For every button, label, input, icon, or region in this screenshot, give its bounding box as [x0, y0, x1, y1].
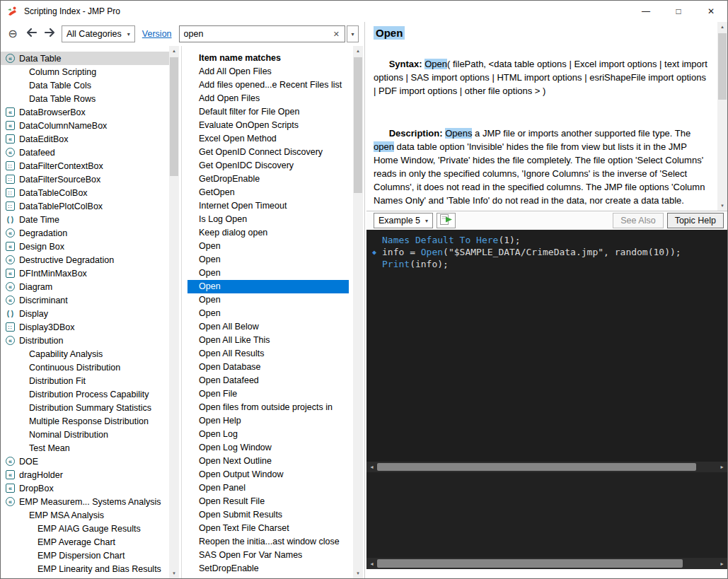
- tree-item[interactable]: EMP Dispersion Chart: [1, 549, 169, 562]
- tree-item[interactable]: EMP Average Chart: [1, 535, 169, 549]
- tree-item[interactable]: «Degradation: [1, 226, 169, 240]
- version-link[interactable]: Version: [142, 29, 172, 39]
- list-item[interactable]: Add All Open Files: [187, 65, 349, 78]
- example-dropdown[interactable]: Example 5 ▾: [374, 213, 433, 228]
- tree-item[interactable]: ::DataFilterSourceBox: [1, 172, 169, 186]
- tree-item[interactable]: Distribution Summary Statistics: [1, 401, 169, 414]
- list-item[interactable]: Open File: [187, 387, 349, 401]
- list-item[interactable]: SetDropEnable: [187, 562, 349, 575]
- list-item[interactable]: GetDropEnable: [187, 172, 349, 186]
- see-also-button[interactable]: See Also: [613, 213, 663, 228]
- scroll-thumb[interactable]: [377, 463, 696, 471]
- tree-item[interactable]: «DFIntMinMaxBox: [1, 267, 169, 280]
- list-item[interactable]: SAS Open For Var Names: [187, 549, 349, 562]
- tree-item[interactable]: ( )Date Time: [1, 213, 169, 226]
- list-item[interactable]: Open: [187, 280, 349, 293]
- list-item[interactable]: Get OpenIDC Discovery: [187, 159, 349, 172]
- scroll-down-icon[interactable]: ▾: [169, 568, 179, 578]
- list-item[interactable]: Open Submit Results: [187, 508, 349, 522]
- editor-hscrollbar[interactable]: ◂ ▸: [366, 462, 727, 472]
- list-item[interactable]: Open Output Window: [187, 468, 349, 481]
- tree-item[interactable]: «Destructive Degradation: [1, 253, 169, 267]
- list-item[interactable]: Open: [187, 253, 349, 267]
- scroll-thumb[interactable]: [170, 57, 178, 176]
- scroll-track[interactable]: [377, 462, 717, 472]
- list-item[interactable]: Open: [187, 267, 349, 280]
- tree-item[interactable]: «dragHolder: [1, 468, 169, 481]
- scroll-down-icon[interactable]: ▾: [353, 568, 363, 578]
- category-tree[interactable]: «Data TableColumn ScriptingData Table Co…: [1, 46, 169, 578]
- scroll-down-icon[interactable]: ▾: [717, 201, 727, 211]
- list-item[interactable]: Open: [187, 293, 349, 307]
- scroll-up-icon[interactable]: ▴: [353, 46, 363, 56]
- list-item[interactable]: Open: [187, 240, 349, 253]
- minimize-button[interactable]: —: [630, 1, 662, 22]
- results-scrollbar[interactable]: ▴ ▾: [353, 46, 363, 578]
- tree-item[interactable]: ( )Display: [1, 307, 169, 320]
- scroll-up-icon[interactable]: ▴: [717, 22, 727, 32]
- tree-item[interactable]: Data Table Rows: [1, 92, 169, 105]
- tree-item[interactable]: Data Table Cols: [1, 78, 169, 92]
- tree-item[interactable]: Distribution Process Capability: [1, 387, 169, 401]
- list-item[interactable]: Open files from outside projects in: [187, 401, 349, 414]
- tree-item[interactable]: ::Display3DBox: [1, 320, 169, 334]
- script-editor[interactable]: Names Default To Here(1);◆info = Open("$…: [366, 230, 727, 462]
- topic-help-button[interactable]: Topic Help: [667, 213, 724, 228]
- search-history-dropdown-button[interactable]: ▾: [347, 25, 359, 42]
- list-item[interactable]: Open Database: [187, 361, 349, 374]
- clear-search-icon[interactable]: ✕: [331, 30, 342, 39]
- search-input[interactable]: [184, 29, 331, 39]
- tree-item[interactable]: EMP AIAG Gauge Results: [1, 522, 169, 535]
- list-item[interactable]: Internet Open Timeout: [187, 199, 349, 213]
- tree-item[interactable]: EMP MSA Analysis: [1, 508, 169, 522]
- log-hscrollbar[interactable]: ◂ ▸: [366, 558, 727, 569]
- tree-item[interactable]: «DataBrowserBox: [1, 105, 169, 119]
- tree-item[interactable]: ::DataTableColBox: [1, 186, 169, 199]
- tree-item[interactable]: «DataColumnNameBox: [1, 119, 169, 132]
- tree-item[interactable]: «Design Box: [1, 240, 169, 253]
- tree-item[interactable]: Nominal Distribution: [1, 428, 169, 441]
- log-panel[interactable]: [366, 472, 727, 558]
- tree-item[interactable]: Capability Analysis: [1, 347, 169, 361]
- scroll-thumb[interactable]: [377, 559, 683, 568]
- list-item[interactable]: Open Datafeed: [187, 374, 349, 387]
- scroll-right-icon[interactable]: ▸: [717, 464, 727, 470]
- detail-scrollbar[interactable]: ▴ ▾: [717, 22, 727, 211]
- list-item[interactable]: Open All Like This: [187, 334, 349, 347]
- scroll-left-icon[interactable]: ◂: [366, 464, 377, 470]
- forward-button[interactable]: [40, 25, 59, 43]
- tree-item[interactable]: «DataEditBox: [1, 132, 169, 146]
- list-item[interactable]: Open Result File: [187, 495, 349, 508]
- list-item[interactable]: Open All Below: [187, 320, 349, 334]
- list-item[interactable]: Open Log: [187, 428, 349, 441]
- tree-item[interactable]: «Datafeed: [1, 146, 169, 159]
- scroll-up-icon[interactable]: ▴: [169, 46, 179, 56]
- scroll-right-icon[interactable]: ▸: [717, 561, 727, 567]
- category-dropdown[interactable]: All Categories ▾: [62, 25, 135, 42]
- tree-item[interactable]: EMP Linearity and Bias Results: [1, 562, 169, 575]
- tree-item[interactable]: «Distribution: [1, 334, 169, 347]
- list-item[interactable]: Add Open Files: [187, 92, 349, 105]
- tree-item[interactable]: Column Scripting: [1, 65, 169, 78]
- tree-item[interactable]: ::DataTablePlotColBox: [1, 199, 169, 213]
- search-box[interactable]: ✕: [179, 25, 345, 42]
- back-button[interactable]: [22, 25, 40, 43]
- list-item[interactable]: Is Log Open: [187, 213, 349, 226]
- run-script-button[interactable]: [437, 213, 456, 228]
- list-item[interactable]: Keep dialog open: [187, 226, 349, 240]
- list-item[interactable]: Open Next Outline: [187, 455, 349, 468]
- tree-scrollbar[interactable]: ▴ ▾: [169, 46, 179, 578]
- scroll-thumb[interactable]: [718, 33, 727, 100]
- list-item[interactable]: Open All Results: [187, 347, 349, 361]
- scroll-left-icon[interactable]: ◂: [366, 561, 377, 567]
- list-item[interactable]: Reopen the initia...ast window close: [187, 535, 349, 549]
- tree-item[interactable]: Continuous Distribution: [1, 361, 169, 374]
- tree-item[interactable]: «Discriminant: [1, 293, 169, 307]
- maximize-button[interactable]: □: [662, 1, 695, 22]
- tree-item[interactable]: «Diagram: [1, 280, 169, 293]
- results-list[interactable]: Add All Open FilesAdd files opened...e R…: [183, 65, 353, 575]
- list-item[interactable]: Open Text File Charset: [187, 522, 349, 535]
- tree-item[interactable]: «DOE: [1, 455, 169, 468]
- tree-item[interactable]: Test Mean: [1, 441, 169, 455]
- list-item[interactable]: Add files opened...e Recent Files list: [187, 78, 349, 92]
